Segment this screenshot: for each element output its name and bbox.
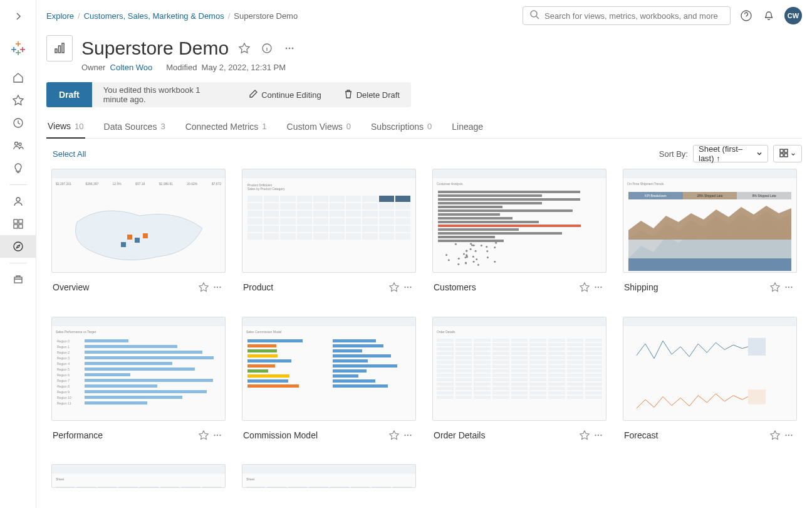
view-thumbnail[interactable]: Order Details [432,317,606,421]
left-nav-rail [0,0,36,508]
svg-point-43 [470,243,472,245]
svg-point-75 [788,287,789,288]
nav-home-icon[interactable] [0,66,36,89]
svg-point-56 [473,245,475,246]
svg-point-85 [600,435,601,436]
owner-link[interactable]: Colten Woo [110,63,153,72]
svg-point-78 [217,435,218,436]
view-thumbnail[interactable]: Sheet [242,464,416,488]
sort-by-select[interactable]: Sheet (first–last) ↑ [693,145,768,162]
more-actions-icon[interactable] [591,428,605,442]
breadcrumb-current: Superstore Demo [234,11,298,21]
draft-banner: Draft You edited this workbook 1 minute … [46,82,411,107]
nav-explore-icon[interactable] [0,235,36,258]
nav-recommendations-icon[interactable] [0,157,36,179]
svg-rect-22 [62,43,64,53]
svg-rect-17 [14,277,22,283]
svg-point-82 [410,435,411,436]
favorite-toggle-icon[interactable] [578,428,591,442]
svg-point-59 [495,242,497,244]
tab-connected-metrics[interactable]: Connected Metrics1 [184,116,268,138]
svg-point-55 [458,258,460,260]
view-title[interactable]: Performance [53,430,197,440]
more-actions-icon[interactable] [401,280,415,294]
breadcrumb-explore[interactable]: Explore [46,11,74,21]
svg-point-74 [785,287,786,288]
nav-collections-icon[interactable] [0,213,36,235]
tab-data-sources[interactable]: Data Sources3 [103,116,167,138]
view-title[interactable]: Commission Model [243,430,387,440]
more-actions-icon[interactable] [401,428,415,442]
more-actions-icon[interactable] [591,280,605,294]
edit-icon [249,90,258,100]
view-thumbnail[interactable]: Sheet [51,464,226,488]
svg-point-51 [476,258,477,260]
global-search[interactable] [523,6,731,25]
help-icon[interactable] [739,9,753,23]
favorite-toggle-icon[interactable] [237,41,251,55]
tab-custom-views[interactable]: Custom Views0 [286,116,352,138]
view-title[interactable]: Customers [434,282,578,292]
favorite-toggle-icon[interactable] [578,280,591,294]
svg-point-76 [791,287,792,288]
view-card-footer: Product [242,273,416,294]
view-title[interactable]: Shipping [624,282,768,292]
more-actions-icon[interactable] [782,280,796,294]
select-all-button[interactable]: Select All [53,149,86,159]
svg-point-71 [595,287,596,288]
view-title[interactable]: Forecast [624,430,768,440]
svg-point-44 [472,256,474,258]
more-actions-icon[interactable] [283,41,296,55]
search-input[interactable] [544,11,724,21]
tab-lineage[interactable]: Lineage [450,116,484,138]
delete-draft-button[interactable]: Delete Draft [333,90,411,100]
continue-editing-button[interactable]: Continue Editing [237,90,332,100]
view-thumbnail[interactable]: Customer Analysis [432,169,606,273]
view-card-footer: Commission Model [242,421,416,442]
view-card: Product DrilldownSales by Product Catego… [242,169,416,300]
nav-divider [9,263,27,263]
svg-point-80 [404,435,405,436]
more-actions-icon[interactable] [211,280,224,294]
view-thumbnail[interactable]: Product DrilldownSales by Product Catego… [242,169,416,273]
favorite-toggle-icon[interactable] [768,280,782,294]
details-icon[interactable] [260,41,274,55]
breadcrumb-sep: / [228,11,231,21]
view-thumbnail[interactable]: On-Time Shipment TrendsKPI Breakdown28% … [623,169,797,273]
view-thumbnail[interactable]: Sales Commission Model [242,317,416,421]
view-title[interactable]: Overview [53,282,197,292]
nav-recents-icon[interactable] [0,112,36,134]
breadcrumb-project[interactable]: Customers, Sales, Marketing & Demos [84,11,224,21]
view-card-footer: Forecast [623,421,797,442]
tab-views[interactable]: Views10 [46,116,85,139]
favorite-toggle-icon[interactable] [768,428,782,442]
view-thumbnail[interactable] [623,317,797,421]
more-actions-icon[interactable] [782,428,796,442]
draft-chip: Draft [46,82,92,107]
view-title[interactable]: Product [243,282,387,292]
content-tabs: Views10 Data Sources3 Connected Metrics1… [46,116,802,139]
favorite-toggle-icon[interactable] [387,428,401,442]
view-card: Customer AnalysisCustomers [432,169,606,300]
more-actions-icon[interactable] [211,428,224,442]
favorite-toggle-icon[interactable] [197,428,211,442]
nav-shared-icon[interactable] [0,134,36,157]
nav-external-icon[interactable] [0,268,36,291]
nav-favorites-icon[interactable] [0,89,36,112]
svg-point-81 [407,435,409,436]
view-mode-toggle[interactable] [773,145,802,162]
view-thumbnail[interactable]: $2,297,201$286,39712.5%$57.18$2,086.8120… [51,169,226,273]
tab-subscriptions[interactable]: Subscriptions0 [370,116,433,138]
user-avatar[interactable]: CW [784,7,802,24]
svg-point-62 [487,257,489,258]
notifications-icon[interactable] [762,9,776,23]
view-title[interactable]: Order Details [434,430,578,440]
favorite-toggle-icon[interactable] [387,280,401,294]
view-card: $2,297,201$286,39712.5%$57.18$2,086.8120… [51,169,226,300]
view-card: Sales Commission ModelCommission Model [242,317,416,448]
nav-personal-icon[interactable] [0,190,36,213]
view-thumbnail[interactable]: Sales Performance vs TargetRegion 0Regio… [51,317,226,421]
expand-nav-button[interactable] [6,5,31,28]
favorite-toggle-icon[interactable] [197,280,211,294]
view-card-footer: Overview [51,273,226,294]
